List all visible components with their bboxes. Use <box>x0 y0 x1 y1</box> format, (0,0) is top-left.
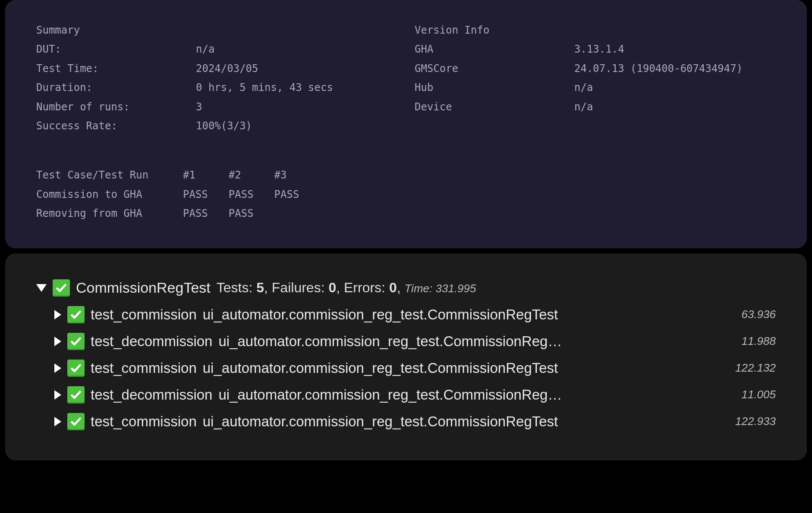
check-icon <box>67 333 85 350</box>
runs-row-name: Commission to GHA <box>36 185 183 204</box>
test-time: 122.933 <box>735 415 776 428</box>
test-path: ui_automator.commission_reg_test.Commiss… <box>203 360 558 376</box>
version-value: 3.13.1.4 <box>574 40 624 59</box>
expand-icon[interactable] <box>54 310 61 319</box>
runs-header-col: #3 <box>274 166 320 185</box>
test-time: 11.005 <box>741 388 776 401</box>
test-path: ui_automator.commission_reg_test.Commiss… <box>218 333 562 350</box>
suite-row[interactable]: CommissionRegTest Tests: 5, Failures: 0,… <box>36 279 776 297</box>
summary-panel: Summary DUT:n/a Test Time:2024/03/05 Dur… <box>5 0 807 248</box>
test-tree-panel: CommissionRegTest Tests: 5, Failures: 0,… <box>5 253 807 460</box>
collapse-icon[interactable] <box>36 284 47 292</box>
summary-key: Success Rate: <box>36 116 196 135</box>
summary-key: Test Time: <box>36 59 196 78</box>
test-name: test_decommission <box>91 387 212 403</box>
test-path: ui_automator.commission_reg_test.Commiss… <box>218 387 562 403</box>
version-key: Hub <box>415 78 574 97</box>
expand-icon[interactable] <box>54 363 61 373</box>
summary-value: 100%(3/3) <box>196 116 252 135</box>
version-value: n/a <box>574 97 593 116</box>
test-time: 11.988 <box>741 335 776 348</box>
test-row[interactable]: test_commission ui_automator.commission_… <box>54 413 776 430</box>
test-path: ui_automator.commission_reg_test.Commiss… <box>203 413 558 430</box>
runs-cell: PASS <box>229 185 274 204</box>
summary-key: Number of runs: <box>36 97 196 116</box>
runs-header-col: #2 <box>229 166 274 185</box>
runs-cell <box>274 204 320 223</box>
check-icon <box>67 306 85 323</box>
suite-name: CommissionRegTest <box>76 279 211 296</box>
test-row[interactable]: test_commission ui_automator.commission_… <box>54 306 776 323</box>
runs-cell: PASS <box>274 185 320 204</box>
check-icon <box>67 413 85 430</box>
runs-row: Removing from GHA PASS PASS <box>36 204 320 223</box>
expand-icon[interactable] <box>54 390 61 400</box>
summary-value: 2024/03/05 <box>196 59 258 78</box>
runs-header-row: Test Case/Test Run #1 #2 #3 <box>36 166 320 185</box>
test-row[interactable]: test_decommission ui_automator.commissio… <box>54 333 776 350</box>
test-name: test_commission <box>91 360 197 376</box>
test-name: test_decommission <box>91 333 212 350</box>
runs-table: Test Case/Test Run #1 #2 #3 Commission t… <box>36 166 320 223</box>
test-row[interactable]: test_commission ui_automator.commission_… <box>54 360 776 377</box>
version-value: n/a <box>574 78 593 97</box>
runs-cell: PASS <box>229 204 274 223</box>
version-value: 24.07.13 (190400-607434947) <box>574 59 743 78</box>
test-row[interactable]: test_decommission ui_automator.commissio… <box>54 386 776 404</box>
summary-heading: Summary <box>36 21 196 40</box>
check-icon <box>67 360 85 377</box>
runs-header-name: Test Case/Test Run <box>36 166 183 185</box>
check-icon <box>67 386 85 404</box>
version-key: Device <box>415 97 574 116</box>
version-key: GHA <box>415 40 574 59</box>
runs-row-name: Removing from GHA <box>36 204 183 223</box>
runs-cell: PASS <box>183 185 229 204</box>
summary-value: 3 <box>196 97 202 116</box>
summary-column: Summary DUT:n/a Test Time:2024/03/05 Dur… <box>36 21 397 135</box>
expand-icon[interactable] <box>54 417 61 426</box>
suite-summary: Tests: 5, Failures: 0, Errors: 0, Time: … <box>217 280 476 296</box>
summary-value: 0 hrs, 5 mins, 43 secs <box>196 78 333 97</box>
expand-icon[interactable] <box>54 337 61 346</box>
summary-key: DUT: <box>36 40 196 59</box>
test-time: 63.936 <box>741 308 776 321</box>
summary-key: Duration: <box>36 78 196 97</box>
summary-value: n/a <box>196 40 214 59</box>
version-heading: Version Info <box>415 21 574 40</box>
test-path: ui_automator.commission_reg_test.Commiss… <box>203 307 558 323</box>
test-time: 122.132 <box>735 361 776 375</box>
runs-row: Commission to GHA PASS PASS PASS <box>36 185 320 204</box>
runs-header-col: #1 <box>183 166 229 185</box>
version-key: GMSCore <box>415 59 574 78</box>
version-column: Version Info GHA3.13.1.4 GMSCore24.07.13… <box>415 21 776 135</box>
runs-cell: PASS <box>183 204 229 223</box>
test-name: test_commission <box>91 413 197 430</box>
check-icon <box>53 279 70 297</box>
test-name: test_commission <box>91 307 197 323</box>
